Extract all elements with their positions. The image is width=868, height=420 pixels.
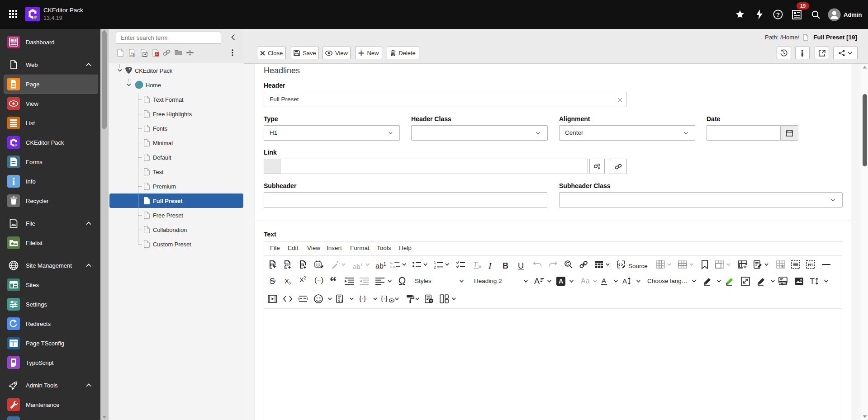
svg-text:A: A: [622, 277, 627, 285]
svg-text:T: T: [473, 260, 478, 269]
svg-text:PDF: PDF: [285, 264, 290, 266]
svg-text:H1: H1: [808, 263, 813, 267]
svg-text:W: W: [271, 264, 274, 266]
svg-text:?: ?: [776, 11, 780, 18]
svg-text:A: A: [602, 277, 606, 284]
svg-text:T: T: [810, 277, 815, 286]
svg-text:W: W: [301, 264, 304, 266]
svg-text:1: 1: [434, 260, 436, 265]
svg-text:A: A: [559, 278, 563, 285]
svg-text:1.: 1.: [390, 261, 393, 265]
svg-text:1.1.: 1.1.: [390, 265, 396, 269]
svg-text:A: A: [534, 277, 540, 286]
svg-text:2: 2: [434, 265, 436, 269]
svg-text:HTML: HTML: [779, 282, 787, 285]
